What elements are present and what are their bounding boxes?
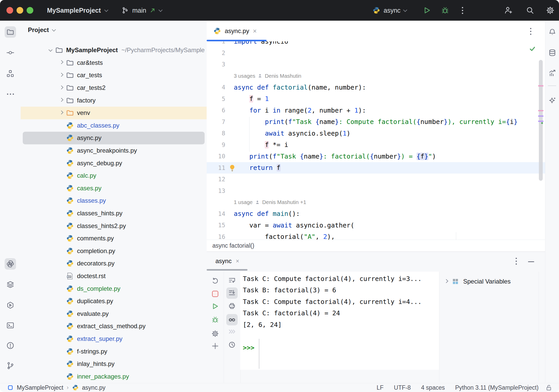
inlay-hint[interactable]: 1 usageDenis Mashutin +1 <box>207 197 545 208</box>
layers-tool-button[interactable] <box>5 279 16 290</box>
project-tool-button[interactable] <box>5 26 16 38</box>
run-config-selector[interactable]: async <box>372 0 407 21</box>
code-line-1[interactable]: 1import asyncio <box>207 41 545 47</box>
history-button[interactable] <box>226 339 238 350</box>
code-with-me-button[interactable] <box>504 0 513 21</box>
status-item-2[interactable]: 4 spaces <box>421 384 445 391</box>
zoom-window-button[interactable] <box>27 7 33 14</box>
tree-item-async-py[interactable]: async.py <box>23 132 205 144</box>
code-line-5[interactable]: 5 f = 1 <box>207 93 545 105</box>
editor-options-kebab[interactable] <box>530 28 531 35</box>
tree-item-async-debug-py[interactable]: async_debug.py <box>21 157 207 169</box>
code-line-3[interactable]: 3 <box>207 59 545 70</box>
code-line-10[interactable]: 10 print(f"Task {name}: factorial({numbe… <box>207 151 545 162</box>
code-line-7[interactable]: 7 print(f"Task {name}: Compute factorial… <box>207 116 545 128</box>
author-hint[interactable]: Denis Mashutin +1 <box>262 199 306 205</box>
special-variables-group[interactable]: Special Variables <box>445 275 511 288</box>
status-item-3[interactable]: Python 3.11 (MySampleProject) <box>455 384 539 391</box>
services-tool-button[interactable] <box>5 300 16 311</box>
tree-item-classes-hints2-py[interactable]: classes_hints2.py <box>21 219 207 232</box>
database-tool-button[interactable] <box>547 47 558 58</box>
code-line-9[interactable]: 9 f *= i <box>207 139 545 151</box>
code-line-13[interactable]: 13 <box>207 185 545 197</box>
tree-item-duplicates-py[interactable]: duplicates.py <box>21 295 207 308</box>
project-widget[interactable]: MySampleProject <box>47 0 108 21</box>
tree-item-inlay-hints-py[interactable]: inlay_hints.py <box>21 358 207 370</box>
lock-open-icon[interactable] <box>545 384 552 391</box>
problems-tool-button[interactable] <box>5 340 16 351</box>
add-console-button[interactable] <box>209 340 221 352</box>
minimize-panel-icon[interactable] <box>528 261 534 262</box>
tree-item-abc-classes-py[interactable]: abc_classes.py <box>21 119 207 132</box>
endpoints-tool-button[interactable] <box>547 67 558 79</box>
status-crumb-file[interactable]: async.py <box>82 384 106 391</box>
branch-widget[interactable]: main <box>121 0 162 21</box>
tab-async-py[interactable]: async.py × <box>213 21 257 41</box>
inspections-ok-icon[interactable] <box>529 45 536 52</box>
tree-item-car-tests[interactable]: car_tests <box>21 69 207 82</box>
console-prompt[interactable]: >>> <box>243 342 254 354</box>
tree-item-mysampleproject[interactable]: MySampleProject~/PycharmProjects/MySampl… <box>21 44 207 57</box>
structure-tool-button[interactable] <box>5 68 16 79</box>
ai-assistant-tool-button[interactable] <box>547 95 558 106</box>
usages-hint[interactable]: 1 usage <box>234 199 253 205</box>
stop-button[interactable] <box>209 288 221 300</box>
show-variables-button[interactable] <box>226 314 238 325</box>
code-line-2[interactable]: 2 <box>207 47 545 59</box>
close-icon[interactable]: × <box>253 28 257 34</box>
tree-item-extract-class-method-py[interactable]: extract_class_method.py <box>21 320 207 333</box>
minimize-window-button[interactable] <box>17 7 23 14</box>
code-line-4[interactable]: 4async def factorial(name, number): <box>207 82 545 93</box>
close-window-button[interactable] <box>6 7 13 14</box>
run-options-kebab[interactable] <box>516 258 517 265</box>
tree-item-extract-super-py[interactable]: extract_super.py <box>21 333 207 345</box>
debug-console-button[interactable] <box>209 314 221 325</box>
run-console-button[interactable] <box>209 301 221 312</box>
tree-item-inner-packages-py[interactable]: inner_packages.py <box>21 370 207 383</box>
code-line-14[interactable]: 14async def main(): <box>207 208 545 220</box>
inlay-hint[interactable]: 3 usagesDenis Mashutin <box>207 70 545 82</box>
breadcrumb[interactable]: async factorial() <box>207 240 545 252</box>
tree-item-comments-py[interactable]: comments.py <box>21 232 207 245</box>
scroll-to-end-button[interactable] <box>226 287 238 299</box>
status-crumb-project[interactable]: MySampleProject <box>17 384 63 391</box>
more-actions-button[interactable] <box>462 0 463 21</box>
tree-item-car-tests2[interactable]: car_tests2 <box>21 82 207 94</box>
tree-item-evaluate-py[interactable]: evaluate.py <box>21 307 207 320</box>
code-line-12[interactable]: 12 <box>207 174 545 185</box>
tree-item-cases-py[interactable]: cases.py <box>21 182 207 195</box>
tree-item-async-breakpoints-py[interactable]: async_breakpoints.py <box>21 144 207 157</box>
project-panel-header[interactable]: Project <box>28 26 55 34</box>
tree-item-venv[interactable]: venv <box>21 107 207 119</box>
rerun-button[interactable] <box>209 275 221 287</box>
tree-item-doctest-rst[interactable]: RSTdoctest.rst <box>21 270 207 283</box>
status-item-1[interactable]: UTF-8 <box>394 384 411 391</box>
intention-bulb-icon[interactable] <box>228 164 236 172</box>
tree-item-calc-py[interactable]: calc.py <box>21 169 207 182</box>
python-packages-tool-button[interactable] <box>5 258 16 270</box>
tree-item-classes-hints-py[interactable]: classes_hints.py <box>21 207 207 220</box>
code-line-11[interactable]: 11 return f <box>207 162 545 174</box>
code-editor[interactable]: 1import asyncio233 usagesDenis Mashutin4… <box>207 41 545 240</box>
command-queue-button[interactable] <box>226 326 238 337</box>
console-settings-button[interactable] <box>209 328 221 339</box>
tree-item-factory[interactable]: factory <box>21 94 207 107</box>
tree-item-car-tests[interactable]: car&tests <box>21 57 207 69</box>
run-button[interactable] <box>423 0 431 21</box>
code-line-8[interactable]: 8 await asyncio.sleep(1) <box>207 128 545 139</box>
run-tab-async[interactable]: async × <box>207 253 239 269</box>
tree-item-ds-complete-py[interactable]: ds_complete.py <box>21 282 207 295</box>
close-icon[interactable]: × <box>236 258 239 264</box>
code-line-16[interactable]: 16 factorial("A", 2), <box>207 231 545 240</box>
commit-tool-button[interactable] <box>5 47 16 58</box>
author-hint[interactable]: Denis Mashutin <box>265 73 301 79</box>
settings-button[interactable] <box>546 0 554 21</box>
usages-hint[interactable]: 3 usages <box>234 73 255 79</box>
debug-button[interactable] <box>441 0 449 21</box>
code-line-15[interactable]: 15 var = await asyncio.gather( <box>207 219 545 231</box>
more-tool-windows-button[interactable] <box>5 88 16 100</box>
soft-wrap-button[interactable] <box>226 275 238 286</box>
tree-item-completion-py[interactable]: completion.py <box>21 245 207 257</box>
editor-scrollbar-thumb[interactable] <box>539 60 543 181</box>
print-button[interactable] <box>226 300 238 312</box>
